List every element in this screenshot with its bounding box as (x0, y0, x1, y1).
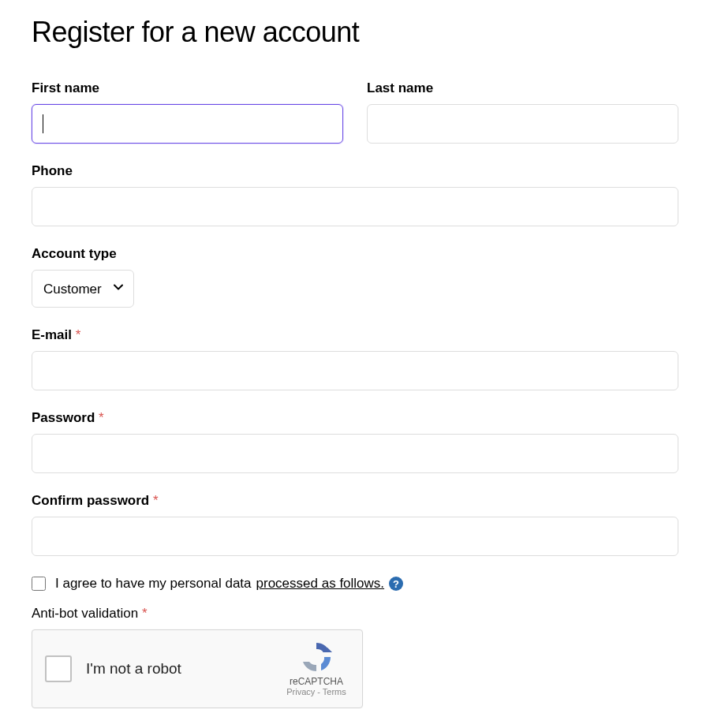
password-input[interactable] (32, 434, 678, 473)
consent-checkbox[interactable] (32, 577, 46, 591)
confirm-password-input[interactable] (32, 517, 678, 556)
email-input[interactable] (32, 351, 678, 390)
recaptcha-logo-icon (299, 640, 334, 674)
help-icon[interactable]: ? (389, 577, 403, 591)
account-type-label: Account type (32, 246, 678, 262)
recaptcha-privacy-link[interactable]: Privacy (286, 687, 315, 696)
confirm-password-field-group: Confirm password * (32, 493, 678, 556)
phone-field-group: Phone (32, 163, 678, 226)
account-type-select[interactable]: Customer (32, 270, 134, 308)
required-asterisk: * (142, 606, 148, 621)
phone-input[interactable] (32, 187, 678, 226)
consent-row: I agree to have my personal data process… (32, 576, 678, 592)
recaptcha-separator: - (315, 687, 323, 696)
required-asterisk: * (153, 493, 159, 508)
first-name-input[interactable] (32, 104, 343, 144)
text-cursor-icon (43, 114, 43, 133)
recaptcha-brand-name: reCAPTCHA (285, 676, 348, 687)
recaptcha-text: I'm not a robot (86, 660, 181, 678)
recaptcha-brand: reCAPTCHA Privacy - Terms (285, 640, 348, 696)
password-label: Password * (32, 410, 678, 426)
phone-label: Phone (32, 163, 678, 179)
recaptcha-terms-link[interactable]: Terms (323, 687, 346, 696)
confirm-password-label: Confirm password * (32, 493, 678, 509)
first-name-label: First name (32, 80, 343, 96)
password-field-group: Password * (32, 410, 678, 473)
consent-text-prefix: I agree to have my personal data (55, 576, 252, 592)
email-field-group: E-mail * (32, 327, 678, 390)
page-title: Register for a new account (32, 16, 678, 49)
required-asterisk: * (99, 410, 104, 425)
required-asterisk: * (76, 327, 81, 342)
last-name-input[interactable] (367, 104, 678, 144)
consent-link[interactable]: processed as follows. (256, 576, 385, 592)
antibot-label: Anti-bot validation * (32, 606, 678, 622)
recaptcha-checkbox[interactable] (45, 655, 72, 682)
last-name-label: Last name (367, 80, 678, 96)
recaptcha-widget: I'm not a robot reCAPTCHA Privacy - Term… (32, 629, 363, 708)
last-name-field-group: Last name (367, 80, 678, 144)
first-name-field-group: First name (32, 80, 343, 144)
account-type-field-group: Account type Customer (32, 246, 678, 308)
register-form: First name Last name Phone Account type … (32, 80, 678, 708)
email-label: E-mail * (32, 327, 678, 343)
